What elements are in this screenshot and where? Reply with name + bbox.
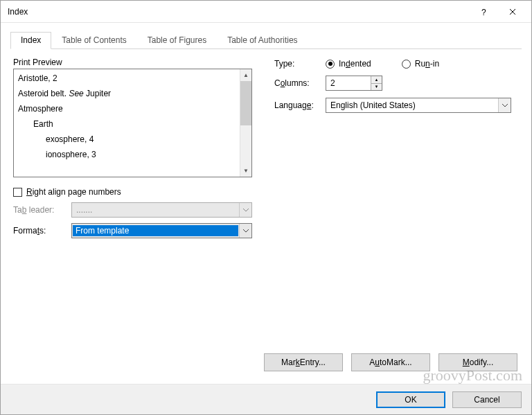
formats-combo[interactable]: From template <box>71 223 252 238</box>
tab-leader-row: Tab leader: ....... <box>13 202 252 218</box>
mark-entry-button[interactable]: Mark Entry... <box>264 353 343 371</box>
scroll-track[interactable] <box>240 81 251 165</box>
tabs: Index Table of Contents Table of Figures… <box>10 31 522 49</box>
right-align-checkbox[interactable] <box>13 188 22 197</box>
spin-up-icon[interactable]: ▲ <box>371 76 382 84</box>
chevron-down-icon[interactable] <box>498 98 511 112</box>
tab-leader-value: ....... <box>72 205 239 215</box>
scroll-down-icon[interactable]: ▼ <box>240 165 251 177</box>
tab-leader-label: Tab leader: <box>13 205 71 215</box>
type-label: Type: <box>274 59 326 69</box>
formats-value: From template <box>73 225 238 236</box>
print-preview-label: Print Preview <box>13 58 252 67</box>
cancel-button[interactable]: Cancel <box>452 391 522 408</box>
formats-row: Formats: From template <box>13 223 252 238</box>
type-indented-radio[interactable]: Indented <box>326 59 371 69</box>
tab-authorities[interactable]: Table of Authorities <box>217 32 308 48</box>
columns-spinner[interactable]: 2 ▲ ▼ <box>326 76 382 91</box>
chevron-down-icon <box>239 203 251 217</box>
index-dialog: Index ? Index Table of Contents Table of… <box>0 0 532 415</box>
columns-value[interactable]: 2 <box>326 76 371 90</box>
tab-panel-index: Print Preview Aristotle, 2Asteroid belt.… <box>10 49 522 377</box>
ok-button[interactable]: OK <box>376 391 445 408</box>
formats-label: Formats: <box>13 226 71 236</box>
dialog-footer: OK Cancel <box>1 384 531 414</box>
language-combo[interactable]: English (United States) <box>326 98 511 113</box>
preview-content: Aristotle, 2Asteroid belt. See JupiterAt… <box>14 69 240 177</box>
automark-button[interactable]: AutoMark... <box>351 353 430 371</box>
columns-label: Columns: <box>274 78 326 88</box>
scroll-up-icon[interactable]: ▲ <box>240 69 251 81</box>
preview-scrollbar[interactable]: ▲ ▼ <box>240 69 251 177</box>
right-align-label: Right align page numbers <box>26 187 121 197</box>
columns-row: Columns: 2 ▲ ▼ <box>274 76 519 91</box>
modify-button[interactable]: Modify... <box>438 353 517 371</box>
right-align-row[interactable]: Right align page numbers <box>13 187 252 197</box>
dialog-title: Index <box>8 7 469 17</box>
chevron-down-icon[interactable] <box>239 224 251 238</box>
print-preview: Aristotle, 2Asteroid belt. See JupiterAt… <box>13 69 252 177</box>
tab-index[interactable]: Index <box>10 32 51 49</box>
svg-text:?: ? <box>481 8 486 17</box>
language-value: English (United States) <box>326 100 498 110</box>
language-label: Language: <box>274 100 326 110</box>
close-button[interactable] <box>498 2 527 21</box>
scroll-thumb[interactable] <box>240 81 251 125</box>
language-row: Language: English (United States) <box>274 98 519 113</box>
type-indented-label: Indented <box>339 59 371 69</box>
tab-figures[interactable]: Table of Figures <box>137 32 217 48</box>
dialog-body: Index Table of Contents Table of Figures… <box>1 23 531 384</box>
titlebar: Index ? <box>1 1 531 23</box>
type-runin-label: Run-in <box>415 59 439 69</box>
type-row: Type: Indented Run-in <box>274 59 519 69</box>
tab-leader-combo: ....... <box>71 202 252 218</box>
action-buttons: Mark Entry... AutoMark... Modify... <box>13 349 519 374</box>
type-runin-radio[interactable]: Run-in <box>402 59 439 69</box>
spin-down-icon[interactable]: ▼ <box>371 84 382 91</box>
tab-toc[interactable]: Table of Contents <box>51 32 136 48</box>
help-button[interactable]: ? <box>469 2 498 21</box>
